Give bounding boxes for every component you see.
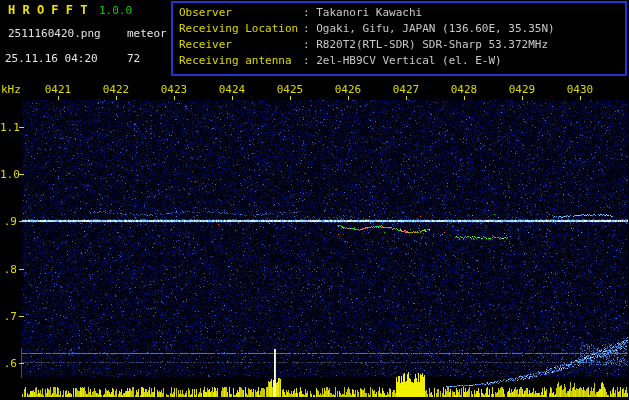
y-tick-label: .7 (0, 310, 17, 323)
meteor-count: 72 (127, 52, 140, 65)
info-label-receiver: Receiver (179, 38, 303, 54)
x-tick-label: 0428 (449, 83, 479, 96)
info-label-antenna: Receiving antenna (179, 54, 303, 70)
info-value-antenna: : 2el-HB9CV Vertical (el. E-W) (303, 54, 502, 70)
app-title: H R O F F T (8, 3, 87, 17)
y-axis-unit-label: kHz (1, 83, 21, 96)
station-info-panel: Observer : Takanori Kawachi Receiving Lo… (171, 1, 627, 76)
y-tick-label: 1.1 (0, 121, 17, 134)
x-tick-label: 0426 (333, 83, 363, 96)
info-value-observer: : Takanori Kawachi (303, 6, 422, 22)
x-tick-label: 0427 (391, 83, 421, 96)
info-row-antenna: Receiving antenna : 2el-HB9CV Vertical (… (179, 54, 625, 70)
x-tick-label: 0422 (101, 83, 131, 96)
info-value-receiver: : R820T2(RTL-SDR) SDR-Sharp 53.372MHz (303, 38, 548, 54)
info-row-location: Receiving Location : Ogaki, Gifu, JAPAN … (179, 22, 625, 38)
y-tick-label: .6 (0, 357, 17, 370)
x-tick-label: 0425 (275, 83, 305, 96)
y-tick-label: .9 (0, 215, 17, 228)
info-label-observer: Observer (179, 6, 303, 22)
hrofft-window: H R O F F T 1.0.0 2511160420.png meteor … (0, 0, 629, 400)
output-filename: 2511160420.png (8, 27, 101, 40)
info-row-receiver: Receiver : R820T2(RTL-SDR) SDR-Sharp 53.… (179, 38, 625, 54)
x-tick-label: 0430 (565, 83, 595, 96)
y-tick-label: .8 (0, 263, 17, 276)
x-tick-label: 0423 (159, 83, 189, 96)
datetime-label: 25.11.16 04:20 (5, 52, 98, 65)
mode-label: meteor (127, 27, 167, 40)
info-label-location: Receiving Location (179, 22, 303, 38)
x-tick-label: 0421 (43, 83, 73, 96)
y-tick-label: 1.0 (0, 168, 17, 181)
info-row-observer: Observer : Takanori Kawachi (179, 6, 625, 22)
app-version: 1.0.0 (99, 4, 132, 17)
x-tick-label: 0429 (507, 83, 537, 96)
info-value-location: : Ogaki, Gifu, JAPAN (136.60E, 35.35N) (303, 22, 555, 38)
x-tick-label: 0424 (217, 83, 247, 96)
